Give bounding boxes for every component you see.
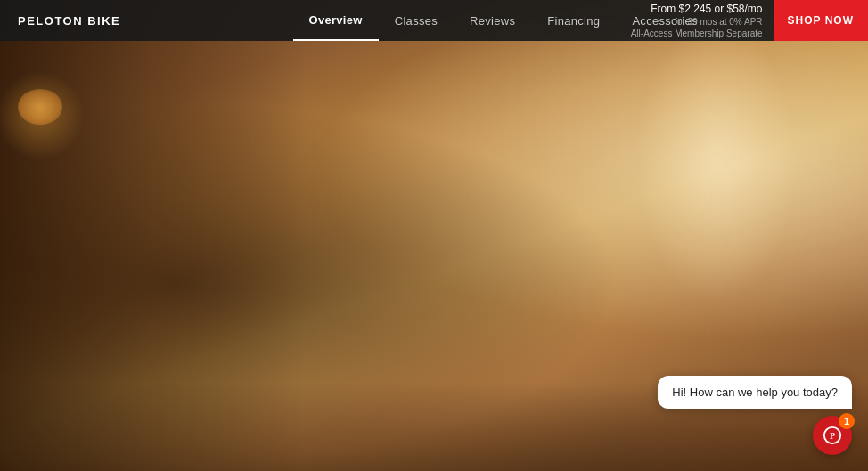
navbar: PELOTON BIKE Overview Classes Reviews Fi… [0, 0, 868, 41]
nav-link-financing[interactable]: Financing [531, 0, 616, 41]
chat-icon: P [823, 426, 842, 445]
chat-widget: Hi! How can we help you today? P 1 [658, 376, 852, 455]
nav-link-reviews[interactable]: Reviews [454, 0, 531, 41]
nav-link-overview[interactable]: Overview [293, 0, 379, 41]
shop-now-button[interactable]: SHOP NOW [774, 0, 868, 41]
lamp-decoration [13, 89, 67, 160]
brand-logo: PELOTON BIKE [18, 14, 120, 28]
chat-bubble-text: Hi! How can we help you today? [658, 376, 852, 409]
pricing-sub-line1: for 39 mos at 0% APR [631, 16, 763, 28]
svg-text:P: P [830, 431, 835, 441]
pricing-banner: From $2,245 or $58/mo for 39 mos at 0% A… [618, 0, 868, 41]
pricing-main-line: From $2,245 or $58/mo [631, 2, 763, 17]
pricing-text: From $2,245 or $58/mo for 39 mos at 0% A… [631, 2, 763, 40]
nav-link-classes[interactable]: Classes [379, 0, 454, 41]
chat-button-row: P 1 [813, 416, 852, 455]
pricing-sub-line2: All-Access Membership Separate [631, 28, 763, 39]
chat-badge: 1 [839, 413, 855, 429]
window-light [636, 18, 797, 303]
